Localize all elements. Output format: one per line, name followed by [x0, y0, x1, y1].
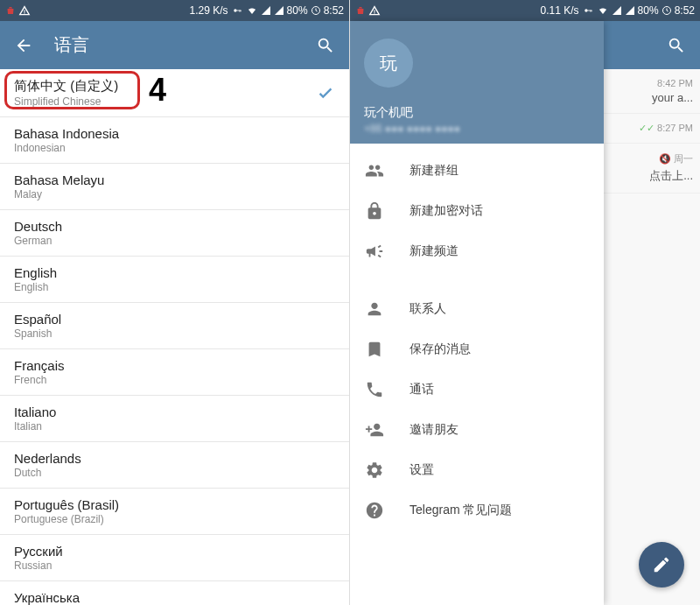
drawer-item-saved-messages[interactable]: 保存的消息 — [350, 329, 604, 369]
language-item[interactable]: Deutsch German — [0, 210, 349, 257]
warning-icon — [368, 4, 381, 17]
language-subtitle: Russian — [14, 559, 335, 572]
drawer-item-invite-friends[interactable]: 邀请朋友 — [350, 410, 604, 450]
lock-icon — [364, 201, 385, 221]
profile-phone: +86 ●●● ●●●● ●●●● — [364, 123, 590, 135]
svg-point-0 — [234, 9, 236, 11]
drawer-item-new-secret-chat[interactable]: 新建加密对话 — [350, 191, 604, 231]
network-speed: 0.11 K/s — [541, 4, 579, 17]
search-button[interactable] — [316, 36, 335, 55]
language-subtitle: Italian — [14, 420, 335, 433]
language-item[interactable]: Français French — [0, 349, 349, 396]
chat-list-background: 8:42 PM your a... ✓✓ 8:27 PM 🔇 周一 点击上... — [604, 21, 700, 605]
bookmark-icon — [364, 340, 385, 359]
language-name: Português (Brasil) — [14, 497, 335, 512]
language-subtitle: Dutch — [14, 467, 335, 479]
language-subtitle: German — [14, 235, 335, 247]
avatar[interactable]: 玩 — [364, 39, 413, 88]
language-item[interactable]: English English — [0, 257, 349, 303]
signal-icon — [274, 5, 284, 16]
language-item[interactable]: Русский Russian — [0, 535, 349, 581]
drawer-item-settings[interactable]: 设置 — [350, 450, 604, 490]
gear-icon — [364, 461, 385, 480]
compose-fab[interactable] — [639, 542, 684, 587]
wifi-icon — [597, 5, 609, 16]
language-name: Deutsch — [14, 219, 335, 234]
group-icon — [364, 161, 385, 180]
language-item[interactable]: Italiano Italian — [0, 396, 349, 442]
language-item[interactable]: Bahasa Melayu Malay — [0, 164, 349, 210]
network-speed: 1.29 K/s — [190, 4, 228, 17]
language-name: Español — [14, 312, 335, 327]
svg-rect-3 — [240, 11, 241, 12]
language-name: Italiano — [14, 405, 335, 419]
chat-preview: 点击上... — [611, 168, 693, 184]
language-name: Bahasa Melayu — [14, 172, 335, 187]
drawer-item-label: 保存的消息 — [410, 341, 471, 357]
language-subtitle: Indonesian — [14, 142, 335, 154]
person-icon — [364, 299, 385, 319]
battery-percent: 80% — [638, 4, 659, 17]
language-subtitle: Malay — [14, 188, 335, 200]
status-bar: 1.29 K/s 80% 8:52 — [0, 0, 349, 21]
clock-time: 8:52 — [675, 4, 695, 17]
drawer-item-contacts[interactable]: 联系人 — [350, 289, 604, 329]
language-item[interactable]: Українська Ukrainian — [0, 581, 349, 605]
warning-icon — [18, 4, 31, 17]
clock-time: 8:52 — [324, 4, 344, 17]
drawer-item-new-channel[interactable]: 新建频道 — [350, 231, 604, 271]
navigation-drawer: 玩 玩个机吧 +86 ●●● ●●●● ●●●● 新建群组 新建加密对话 新建频… — [350, 21, 604, 605]
chat-time: 8:42 PM — [611, 78, 693, 88]
language-item[interactable]: Nederlands Dutch — [0, 442, 349, 489]
language-subtitle: Simplified Chinese — [14, 95, 316, 108]
drawer-item-new-group[interactable]: 新建群组 — [350, 151, 604, 191]
language-subtitle: Portuguese (Brazil) — [14, 513, 335, 525]
chat-time: ✓✓ 8:27 PM — [611, 123, 693, 134]
language-name: 简体中文 (自定义) — [14, 78, 316, 95]
language-item[interactable]: 简体中文 (自定义) Simplified Chinese — [0, 69, 349, 117]
chat-preview: your a... — [611, 91, 693, 104]
phone-icon — [364, 380, 385, 399]
main-screen-drawer-open: 0.11 K/s 80% 82% 8:52 8:42 PM your a... … — [350, 0, 700, 605]
language-item[interactable]: Português (Brasil) Portuguese (Brazil) — [0, 489, 349, 535]
bag-icon — [355, 5, 366, 16]
signal-icon — [261, 5, 271, 16]
help-icon — [364, 501, 385, 520]
drawer-item-calls[interactable]: 通话 — [350, 369, 604, 410]
wifi-icon — [246, 5, 258, 16]
language-name: Français — [14, 358, 335, 373]
person-add-icon — [364, 420, 385, 440]
language-subtitle: Spanish — [14, 327, 335, 340]
signal-icon — [625, 5, 635, 16]
app-bar — [604, 21, 700, 69]
language-item[interactable]: Español Spanish — [0, 303, 349, 349]
chat-row[interactable]: 🔇 周一 点击上... — [604, 144, 700, 193]
language-name: Русский — [14, 544, 335, 559]
drawer-item-label: 设置 — [410, 462, 434, 478]
chat-time: 🔇 周一 — [611, 152, 693, 165]
svg-rect-8 — [591, 11, 592, 12]
key-icon — [231, 6, 243, 15]
language-settings-screen: 1.29 K/s 80% 8:52 语言 简体中文 (自定义) Simplifi… — [0, 0, 350, 605]
page-title: 语言 — [54, 33, 295, 57]
back-button[interactable] — [14, 36, 33, 55]
battery-percent: 80% — [287, 4, 308, 17]
language-item[interactable]: Bahasa Indonesia Indonesian — [0, 117, 349, 164]
chat-row[interactable]: 8:42 PM your a... — [604, 69, 700, 114]
status-bar: 0.11 K/s 80% 82% 8:52 — [350, 0, 700, 21]
svg-rect-7 — [590, 11, 591, 12]
profile-name: 玩个机吧 — [364, 105, 590, 121]
svg-rect-6 — [587, 11, 592, 11]
megaphone-icon — [364, 242, 385, 261]
search-button[interactable] — [667, 36, 686, 55]
language-list[interactable]: 简体中文 (自定义) Simplified Chinese Bahasa Ind… — [0, 69, 349, 605]
drawer-menu: 新建群组 新建加密对话 新建频道 联系人 保存的消息 通话 — [350, 144, 604, 538]
clock-icon — [311, 5, 321, 16]
chat-row[interactable]: ✓✓ 8:27 PM — [604, 114, 700, 144]
svg-rect-1 — [236, 11, 241, 11]
language-name: Nederlands — [14, 451, 335, 466]
drawer-header[interactable]: 玩 玩个机吧 +86 ●●● ●●●● ●●●● — [350, 21, 604, 144]
drawer-item-faq[interactable]: Telegram 常见问题 — [350, 490, 604, 531]
check-icon — [316, 83, 335, 102]
language-name: Bahasa Indonesia — [14, 126, 335, 141]
